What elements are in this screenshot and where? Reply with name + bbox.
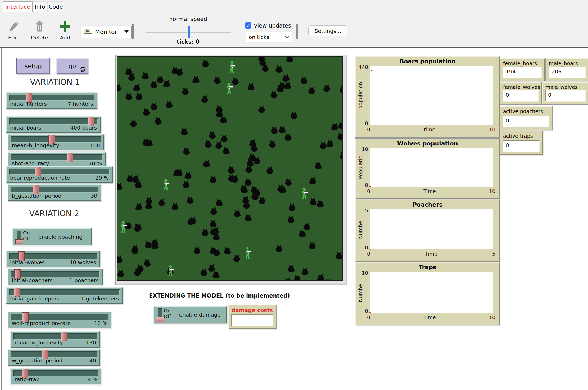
slider-value: 400 boars bbox=[70, 125, 97, 131]
monitor-value: 0 bbox=[503, 140, 540, 152]
update-mode-value: on ticks bbox=[249, 34, 269, 40]
tab-bar: Interface Info Code bbox=[0, 0, 588, 12]
slider-groove[interactable] bbox=[9, 118, 98, 125]
plot-xlabel: Time bbox=[423, 188, 436, 194]
monitor-label: male_boars bbox=[546, 59, 588, 66]
slider-initial-hunters[interactable]: initial-hunters 7 hunters bbox=[6, 92, 97, 109]
update-mode-dropdown[interactable]: on ticks bbox=[246, 32, 292, 42]
plot-title: Poachers bbox=[356, 201, 499, 208]
plot-boars-population: Boars population 440 0 population 0 time… bbox=[355, 56, 500, 137]
widget-chooser-dropdown[interactable]: abc Monitor bbox=[80, 25, 132, 38]
plot-xmin-tick: 0 bbox=[367, 188, 370, 194]
slider-groove[interactable] bbox=[9, 289, 120, 296]
slider-shot-accuracy[interactable]: shot-accuracy 70 % bbox=[8, 152, 106, 169]
slider-groove[interactable] bbox=[11, 351, 97, 358]
plot-area bbox=[370, 272, 493, 313]
slider-label: wolf-reproduction-rate bbox=[12, 320, 71, 326]
slider-value: 1 gatekeepers bbox=[81, 295, 119, 302]
slider-b-gestation-period[interactable]: b_gestation-period 30 bbox=[8, 184, 101, 201]
switch-handle[interactable] bbox=[15, 239, 23, 244]
tab-code[interactable]: Code bbox=[47, 1, 64, 12]
plot-poachers: Poachers 5 0 Numbei 0 Time 5 bbox=[355, 200, 500, 262]
slider-label: ratio-trap bbox=[15, 376, 40, 383]
plot-traps: Traps 10 0 Numbei 0 Time 10 bbox=[355, 262, 500, 325]
switch-enable-poaching[interactable]: On Off enable-poaching bbox=[12, 228, 92, 245]
slider-mean-w-longevity[interactable]: mean-w_longevity 130 bbox=[11, 331, 100, 348]
slider-initial-wolves[interactable]: initial-wolves 40 wolves bbox=[6, 251, 100, 267]
speed-slider-handle[interactable] bbox=[188, 26, 190, 38]
slider-initial-boars[interactable]: initial-boars 400 boars bbox=[6, 116, 101, 133]
tab-interface[interactable]: Interface bbox=[3, 1, 33, 12]
switch-enable-damage[interactable]: On Off enable-damage bbox=[153, 306, 227, 323]
plot-xlabel: Time bbox=[425, 251, 437, 257]
setup-button[interactable]: setup bbox=[17, 58, 50, 74]
tab-info[interactable]: Info bbox=[33, 1, 47, 12]
plot-ylabel: Numbei bbox=[357, 209, 364, 249]
setup-button-label: setup bbox=[25, 63, 42, 69]
plot-xmin-tick: 0 bbox=[367, 127, 370, 132]
slider-value: 40 wolves bbox=[69, 259, 96, 265]
monitor-value: 0 bbox=[545, 90, 586, 102]
slider-groove[interactable] bbox=[13, 370, 98, 376]
trash-icon bbox=[29, 20, 49, 34]
plot-area bbox=[370, 66, 493, 125]
edit-button[interactable]: Edit bbox=[3, 20, 23, 41]
slider-groove[interactable] bbox=[11, 187, 98, 193]
slider-ratio-trap[interactable]: ratio-trap 8 % bbox=[11, 368, 101, 384]
plot-xmin-tick: 0 bbox=[367, 314, 370, 320]
plot-xmax-tick: 10 bbox=[489, 314, 495, 320]
switch-handle[interactable] bbox=[156, 317, 164, 322]
slider-initial-gatekeepers[interactable]: initial-gatekeepers 1 gatekeepers bbox=[6, 287, 123, 304]
slider-groove[interactable] bbox=[11, 314, 108, 320]
view-updates-checkbox[interactable]: ✓ bbox=[245, 22, 251, 29]
slider-boar-reproduction-rate[interactable]: boar-reproduction-rate 29 % bbox=[6, 166, 113, 183]
switch-groove bbox=[17, 231, 21, 243]
slider-groove[interactable] bbox=[9, 169, 110, 175]
plot-xmax-tick: 5 bbox=[492, 251, 495, 257]
speed-slider-label: normal speed bbox=[148, 16, 228, 22]
slider-label: initial-gatekeepers bbox=[10, 295, 59, 302]
slider-value: 29 % bbox=[95, 175, 109, 181]
switch-label: enable-damage bbox=[179, 312, 221, 318]
add-button[interactable]: Add bbox=[55, 20, 75, 41]
monitor-label: active traps bbox=[500, 131, 542, 139]
world-view[interactable] bbox=[117, 56, 343, 281]
monitor-label: male_wolves bbox=[543, 83, 588, 90]
plot-pen-dot bbox=[371, 70, 372, 71]
slider-mean-b-longevity[interactable]: mean-b_longevity 100 bbox=[8, 134, 104, 150]
check-icon: ✓ bbox=[246, 23, 250, 28]
chevron-down-icon bbox=[124, 30, 129, 33]
slider-label: initial-poachers bbox=[12, 277, 53, 283]
slider-groove[interactable] bbox=[9, 95, 94, 101]
go-button[interactable]: go bbox=[56, 58, 88, 74]
slider-groove[interactable] bbox=[11, 154, 103, 161]
monitor-male-wolves: male_wolves 0 bbox=[542, 82, 588, 104]
settings-button[interactable]: Settings... bbox=[308, 25, 347, 36]
slider-value: 40 bbox=[89, 357, 96, 364]
monitor-value bbox=[231, 314, 273, 326]
slider-wolf-reproduction-rate[interactable]: wolf-reproduction-rate 12 % bbox=[8, 312, 111, 328]
slider-value: 130 bbox=[86, 339, 96, 346]
switch-groove bbox=[158, 308, 162, 321]
toolbar-divider bbox=[0, 47, 588, 48]
slider-groove[interactable] bbox=[11, 136, 101, 143]
world-view-frame bbox=[115, 55, 347, 285]
slider-label: boar-reproduction-rate bbox=[10, 175, 70, 181]
slider-value: 7 hunters bbox=[68, 101, 93, 107]
slider-initial-poachers[interactable]: initial-poachers 1 poachers bbox=[8, 269, 103, 285]
slider-groove[interactable] bbox=[13, 333, 97, 340]
slider-groove[interactable] bbox=[9, 253, 97, 259]
slider-value: 8 % bbox=[87, 376, 97, 383]
chevron-down-icon bbox=[284, 36, 289, 39]
delete-button[interactable]: Delete bbox=[29, 20, 49, 41]
plot-ylabel: Numbei bbox=[357, 272, 364, 313]
plot-title: Boars population bbox=[356, 58, 499, 65]
slider-label: initial-wolves bbox=[10, 259, 45, 265]
slider-groove[interactable] bbox=[11, 271, 100, 277]
monitor-widget-icon: abc bbox=[84, 26, 93, 37]
variation-2-heading: VARIATION 2 bbox=[11, 209, 98, 218]
plot-ylabel: population bbox=[357, 66, 364, 125]
slider-label: mean-w_longevity bbox=[15, 339, 63, 346]
slider-w-gestation-period[interactable]: w_gestation-period 40 bbox=[8, 349, 100, 366]
slider-label: b_gestation-period bbox=[12, 193, 61, 199]
